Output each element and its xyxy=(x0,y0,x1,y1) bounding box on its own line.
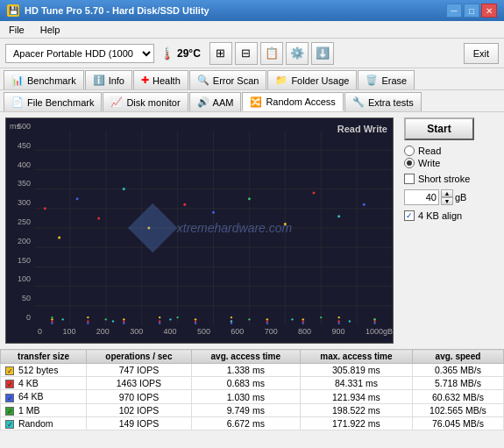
title-controls: ─ □ ✕ xyxy=(446,4,497,18)
stats-table: transfer size operations / sec avg. acce… xyxy=(0,349,504,430)
toolbar-btn-3[interactable]: 📋 xyxy=(260,42,283,65)
toolbar: Apacer Portable HDD (1000 gB) 🌡️ 29°C ⊞ … xyxy=(0,39,504,68)
tab-erase[interactable]: 🗑️ Erase xyxy=(358,70,415,89)
error-scan-icon: 🔍 xyxy=(197,75,209,86)
radio-write[interactable]: Write xyxy=(404,158,499,168)
exit-button[interactable]: Exit xyxy=(464,43,499,64)
svg-point-65 xyxy=(147,227,150,230)
svg-point-57 xyxy=(231,320,232,322)
drive-select[interactable]: Apacer Portable HDD (1000 gB) xyxy=(5,44,154,63)
cell-size-3: ✓ 1 MB xyxy=(1,403,87,416)
thermometer-icon: 🌡️ xyxy=(160,46,174,60)
minimize-button[interactable]: ─ xyxy=(446,4,462,18)
disk-monitor-icon: 📈 xyxy=(110,96,123,108)
legend-checkbox-4[interactable]: ✓ xyxy=(5,420,14,429)
menu-help[interactable]: Help xyxy=(37,24,64,36)
tab-info[interactable]: ℹ️ Info xyxy=(85,70,132,89)
table-row: ✓ Random 149 IOPS 6.672 ms 171.922 ms 76… xyxy=(1,416,504,430)
cell-max-access-4: 171.922 ms xyxy=(300,416,412,430)
svg-point-42 xyxy=(195,323,196,324)
svg-point-28 xyxy=(51,320,53,322)
tab-folder-usage[interactable]: 📁 Folder Usage xyxy=(267,70,357,89)
svg-point-50 xyxy=(176,316,178,318)
radio-group: Read Write xyxy=(404,146,499,168)
svg-point-44 xyxy=(266,323,268,324)
svg-point-31 xyxy=(159,320,160,322)
menu-file[interactable]: File xyxy=(5,24,28,36)
legend-checkbox-3[interactable]: ✓ xyxy=(5,407,14,416)
spin-down[interactable]: ▼ xyxy=(441,197,453,205)
tab-benchmark[interactable]: 📊 Benchmark xyxy=(4,70,84,89)
y-axis: 0 50 100 150 200 250 300 350 400 450 500 xyxy=(6,118,34,325)
temperature-value: 29°C xyxy=(177,47,201,60)
toolbar-btn-1[interactable]: ⊞ xyxy=(209,42,232,65)
cell-avg-access-4: 6.672 ms xyxy=(191,416,300,430)
svg-point-53 xyxy=(373,318,375,320)
toolbar-btn-2[interactable]: ⊟ xyxy=(235,42,258,65)
x-axis: 0 100 200 300 400 500 600 700 800 900 10… xyxy=(34,325,393,343)
svg-point-46 xyxy=(337,323,339,324)
cell-max-access-1: 84.331 ms xyxy=(300,377,412,390)
tab-aam[interactable]: 🔊 AAM xyxy=(189,92,242,111)
tab-extra-tests[interactable]: 🔧 Extra tests xyxy=(344,92,422,111)
cell-avg-speed-2: 60.632 MB/s xyxy=(412,390,503,403)
cell-size-label-1: 4 KB xyxy=(18,378,39,388)
cell-avg-access-0: 1.338 ms xyxy=(191,364,300,377)
tab-health[interactable]: ✚ Health xyxy=(133,70,188,89)
header-transfer-size: transfer size xyxy=(1,350,87,364)
svg-point-64 xyxy=(123,188,125,190)
toolbar-icons: ⊞ ⊟ 📋 ⚙️ ⬇️ xyxy=(209,42,334,65)
tab-error-scan[interactable]: 🔍 Error Scan xyxy=(189,70,267,89)
svg-point-55 xyxy=(112,320,114,322)
app-icon: 💾 xyxy=(7,4,19,17)
tab-random-access[interactable]: 🔀 Random Access xyxy=(242,92,343,111)
header-ops: operations / sec xyxy=(87,350,192,364)
tab-extra-tests-label: Extra tests xyxy=(368,97,414,108)
legend-checkbox-0[interactable]: ✓ xyxy=(5,366,14,375)
random-access-icon: 🔀 xyxy=(250,96,262,108)
cell-avg-speed-0: 0.365 MB/s xyxy=(412,364,503,377)
svg-point-18 xyxy=(51,318,53,320)
svg-point-37 xyxy=(373,320,375,322)
short-stroke-label: Short stroke xyxy=(418,174,470,184)
close-button[interactable]: ✕ xyxy=(481,4,497,18)
header-avg-access: avg. access time xyxy=(191,350,300,364)
legend-checkbox-2[interactable]: ✓ xyxy=(5,394,14,402)
extra-tests-icon: 🔧 xyxy=(352,96,365,108)
health-icon: ✚ xyxy=(141,75,149,86)
temperature-display: 🌡️ 29°C xyxy=(160,46,201,60)
tab-aam-label: AAM xyxy=(213,97,234,108)
cell-size-1: ✓ 4 KB xyxy=(1,377,87,390)
svg-point-66 xyxy=(183,203,186,206)
svg-point-71 xyxy=(337,215,340,217)
window-title: HD Tune Pro 5.70 - Hard Disk/SSD Utility xyxy=(25,5,209,16)
svg-point-72 xyxy=(363,203,366,206)
radio-write-circle xyxy=(404,158,415,168)
kb-align-checkbox[interactable]: ✓ 4 KB align xyxy=(404,210,499,221)
tab-disk-monitor-label: Disk monitor xyxy=(126,97,180,108)
tab-file-benchmark[interactable]: 📄 File Benchmark xyxy=(4,92,102,111)
short-stroke-checkbox[interactable]: Short stroke xyxy=(404,174,499,184)
svg-point-22 xyxy=(195,318,196,320)
svg-point-61 xyxy=(58,237,60,239)
start-button[interactable]: Start xyxy=(404,117,474,140)
kb-align-checkbox-box: ✓ xyxy=(404,210,415,221)
legend-checkbox-1[interactable]: ✓ xyxy=(5,380,14,388)
tab-disk-monitor[interactable]: 📈 Disk monitor xyxy=(103,92,188,111)
maximize-button[interactable]: □ xyxy=(464,4,479,18)
svg-point-26 xyxy=(337,316,339,318)
radio-write-label: Write xyxy=(418,158,440,168)
bottom-section: transfer size operations / sec avg. acce… xyxy=(0,349,504,430)
spinbox-input[interactable] xyxy=(404,189,439,205)
radio-read[interactable]: Read xyxy=(404,146,499,156)
toolbar-btn-5[interactable]: ⬇️ xyxy=(311,42,334,65)
cell-avg-access-1: 0.683 ms xyxy=(191,377,300,390)
table-row: ✓ 1 MB 102 IOPS 9.749 ms 198.522 ms 102.… xyxy=(1,403,504,416)
svg-point-56 xyxy=(169,318,171,320)
aam-icon: 🔊 xyxy=(197,96,209,108)
header-avg-speed: avg. speed xyxy=(412,350,503,364)
spin-up[interactable]: ▲ xyxy=(441,189,453,197)
cell-max-access-3: 198.522 ms xyxy=(300,403,412,416)
toolbar-btn-4[interactable]: ⚙️ xyxy=(286,42,309,65)
cell-ops-3: 102 IOPS xyxy=(87,403,192,416)
